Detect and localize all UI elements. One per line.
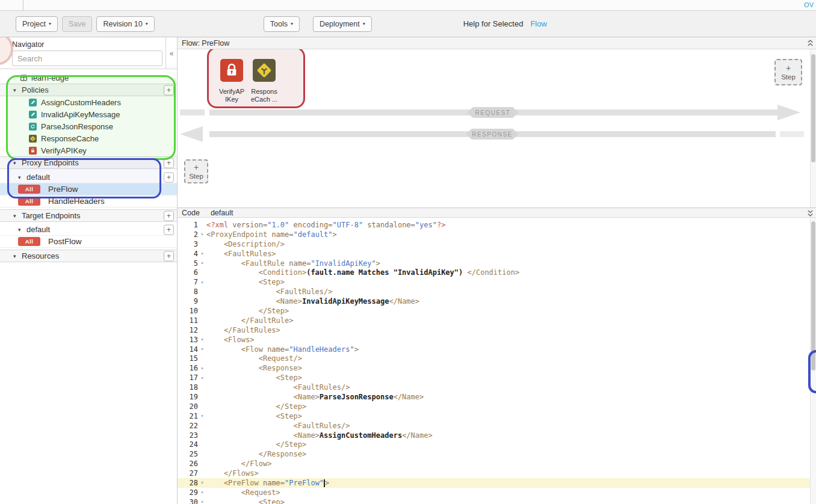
tree-item-policy[interactable]: ParseJsonResponse [0,120,177,132]
flow-step-responsecache[interactable]: Respons eCach ... [245,59,283,103]
code-line[interactable]: 12 </FaultRules> [178,325,816,335]
code-line[interactable]: 10 </Step> [178,306,816,316]
code-line[interactable]: 2▾<ProxyEndpoint name="default"> [178,230,816,239]
add-resource-button[interactable]: + [164,251,174,261]
line-number: 18 [178,383,198,392]
collapse-up-icon[interactable] [807,39,814,49]
code-line[interactable]: 26 </Flow> [178,459,816,469]
add-step-button-request[interactable]: + Step [774,59,802,85]
tree-item-postflow[interactable]: All PostFlow [0,236,177,248]
flow-canvas: VerifyAP IKey Re [178,49,816,207]
save-button[interactable]: Save [62,16,93,32]
fold-icon[interactable]: ▾ [198,480,206,485]
code-line[interactable]: 16▾ <Response> [178,363,816,373]
tree-group-target-default[interactable]: ▾ default + [0,224,177,236]
code-line[interactable]: 1<?xml version="1.0" encoding="UTF-8" st… [178,220,816,230]
fold-icon[interactable]: ▾ [198,337,206,342]
code-line[interactable]: 4▾ <FaultRules> [178,249,816,259]
code-line[interactable]: 6 <Condition>(fault.name Matches "Invali… [178,268,816,277]
flow-scrollbar[interactable] [810,49,816,207]
overview-link[interactable]: OV [804,1,814,8]
code-editor[interactable]: 1<?xml version="1.0" encoding="UTF-8" st… [178,218,816,504]
revision-dropdown[interactable]: Revision 10 ▾ [96,16,154,32]
code-line[interactable]: 7▾ <Step> [178,277,816,287]
all-badge: All [18,185,40,194]
code-line[interactable]: 9 <Name>InvalidApiKeyMessage</Name> [178,297,816,306]
section-policies[interactable]: ▾ Policies + [0,84,177,96]
code-line[interactable]: 28▾ <PreFlow name="PreFlow"> [178,478,816,488]
code-text: <Step> [206,498,285,504]
code-line[interactable]: 25 </Response> [178,449,816,459]
tree-item-policy[interactable]: AssignCustomHeaders [0,96,177,108]
code-text: </Response> [206,450,306,458]
code-line[interactable]: 29▾ <Request> [178,488,816,497]
deployment-dropdown[interactable]: Deployment ▾ [313,16,372,32]
chevron-down-icon: ▾ [363,21,365,26]
fold-icon[interactable]: ▾ [198,490,206,495]
code-line[interactable]: 23 <Name>AssignCustomHeaders</Name> [178,431,816,440]
add-flow-button[interactable]: + [164,172,174,182]
tree-group-proxy-default[interactable]: ▾ default + [0,171,177,183]
code-text: <Name>AssignCustomHeaders</Name> [206,431,433,440]
triangle-down-icon[interactable]: ▾ [13,213,19,219]
code-line[interactable]: 14▾ <Flow name="HandleHeaders"> [178,345,816,354]
code-line[interactable]: 19 <Name>ParseJsonResponse</Name> [178,392,816,402]
section-proxy-endpoints[interactable]: ▾ Proxy Endpoints + [0,156,177,169]
triangle-down-icon[interactable]: ▾ [13,253,19,259]
tree-item-preflow[interactable]: All PreFlow [0,183,177,195]
code-line[interactable]: 3 <Description/> [178,239,816,249]
fold-icon[interactable]: ▾ [198,346,206,352]
add-policy-button[interactable]: + [164,85,174,95]
code-line[interactable]: 27 </Flows> [178,469,816,478]
code-line[interactable]: 21▾ <Step> [178,411,816,421]
tools-dropdown[interactable]: Tools ▾ [264,16,300,32]
code-line[interactable]: 15 <Request/> [178,354,816,363]
code-file-tab[interactable]: default [211,209,233,217]
fold-icon[interactable]: ▾ [198,413,206,419]
tree-item-learn-edge[interactable]: learn-edge [0,72,177,84]
verify-api-key-icon [220,59,243,82]
code-line[interactable]: 24 </Step> [178,440,816,449]
line-number: 30 [178,498,198,504]
add-flow-button[interactable]: + [164,224,174,235]
fold-icon[interactable]: ▾ [198,499,206,504]
tree-item-policy[interactable]: ResponseCache [0,132,177,144]
code-line[interactable]: 13▾ <Flows> [178,335,816,345]
tools-label: Tools [270,20,288,28]
triangle-down-icon[interactable]: ▾ [18,227,24,233]
section-resources[interactable]: ▾ Resources + [0,250,177,262]
add-step-button-response[interactable]: + Step [184,159,208,183]
code-scrollbar-thumb[interactable] [811,221,815,370]
fold-icon[interactable]: ▾ [198,280,206,285]
triangle-down-icon[interactable]: ▾ [18,174,24,180]
tree-item-policy[interactable]: InvalidApiKeyMessage [0,108,177,120]
code-line[interactable]: 5▾ <FaultRule name="InvalidApiKey"> [178,259,816,268]
code-line[interactable]: 20 </Step> [178,402,816,411]
section-target-endpoints[interactable]: ▾ Target Endpoints + [0,209,177,222]
fold-icon[interactable]: ▾ [198,375,206,381]
fold-icon[interactable]: ▾ [198,251,206,256]
project-dropdown[interactable]: Project ▾ [16,16,58,32]
code-line[interactable]: 11 </FaultRule> [178,316,816,325]
code-line[interactable]: 18 <FaultRules/> [178,383,816,392]
assign-message-policy-icon [29,99,37,106]
search-input[interactable] [12,51,162,66]
chevron-down-icon: ▾ [49,21,51,26]
fold-icon[interactable]: ▾ [198,232,206,237]
fold-icon[interactable]: ▾ [198,260,206,266]
code-line[interactable]: 30▾ <Step> [178,497,816,504]
code-line[interactable]: 17▾ <Step> [178,373,816,383]
help-flow-link[interactable]: Flow [530,19,546,28]
flow-scrollbar-thumb[interactable] [811,54,815,162]
add-proxy-endpoint-button[interactable]: + [164,158,174,168]
collapse-sidebar-icon[interactable]: « [166,49,177,58]
code-line[interactable]: 8 <FaultRules/> [178,287,816,297]
tree-item-handleheaders[interactable]: All HandleHeaders [0,195,177,207]
tree-item-policy[interactable]: VerifyAPIKey [0,144,177,156]
code-line[interactable]: 22 <FaultRules/> [178,421,816,431]
fold-icon[interactable]: ▾ [198,366,206,371]
add-target-endpoint-button[interactable]: + [164,211,174,221]
triangle-down-icon[interactable]: ▾ [13,160,19,166]
triangle-down-icon[interactable]: ▾ [13,87,19,93]
step-button-label: Step [189,173,203,180]
